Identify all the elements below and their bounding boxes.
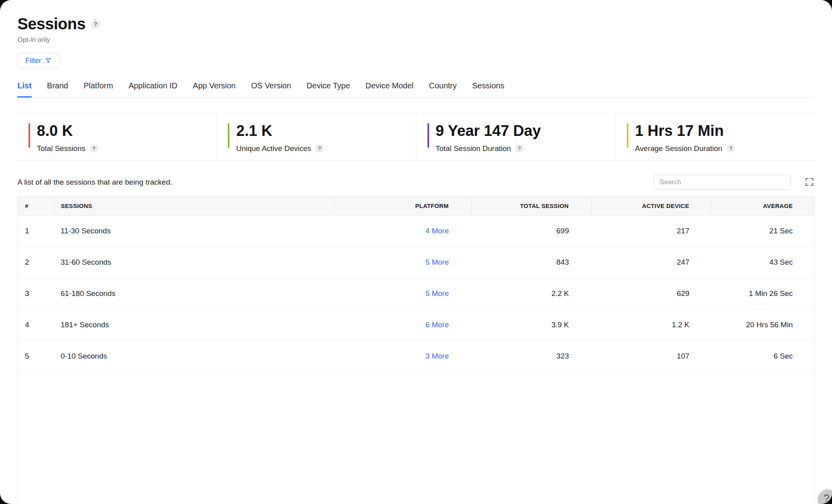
cell-total-session: 323	[471, 340, 591, 372]
platform-more-link[interactable]: 3 More	[426, 352, 449, 360]
cell-sessions: 0-10 Seconds	[54, 340, 334, 372]
cell-active-device: 217	[591, 215, 712, 246]
tab-platform[interactable]: Platform	[84, 81, 113, 97]
page-subtitle: Opt-in only	[17, 36, 815, 44]
cell-sessions: 11-30 Seconds	[54, 215, 334, 246]
stat-value: 2.1 K	[236, 123, 324, 139]
header-active-device: ACTIVE DEVICE	[591, 197, 712, 215]
tab-brand[interactable]: Brand	[47, 81, 68, 97]
cell-index: 3	[18, 278, 54, 309]
list-description: A list of all the sessions that are bein…	[17, 178, 172, 187]
fullscreen-button[interactable]	[804, 177, 815, 188]
page-title: Sessions	[17, 15, 86, 33]
cell-total-session: 2.2 K	[471, 278, 591, 309]
table-header-row: # SESSIONS PLATFORM TOTAL SESSION ACTIVE…	[18, 197, 815, 215]
platform-more-link[interactable]: 4 More	[426, 227, 449, 235]
cell-index: 2	[18, 246, 54, 278]
cell-sessions: 31-60 Seconds	[54, 246, 334, 278]
cell-total-session: 843	[471, 246, 591, 278]
platform-more-link[interactable]: 6 More	[426, 321, 449, 329]
cell-average: 20 Hrs 56 Min	[712, 309, 815, 340]
cell-total-session: 3.9 K	[471, 309, 591, 340]
cell-sessions: 61-180 Seconds	[54, 278, 334, 309]
cell-average: 43 Sec	[712, 246, 815, 278]
cell-sessions: 181+ Seconds	[54, 309, 334, 340]
stat-value: 8.0 K	[37, 123, 98, 139]
list-toolbar: A list of all the sessions that are bein…	[17, 175, 815, 190]
stat-help-icon[interactable]: ?	[727, 144, 735, 153]
header-total-session: TOTAL SESSION	[471, 197, 591, 215]
header-index: #	[18, 197, 54, 215]
cell-index: 4	[18, 309, 54, 340]
table-row: 5 0-10 Seconds 3 More 323 107 6 Sec	[18, 340, 815, 372]
cell-active-device: 1.2 K	[591, 309, 712, 340]
cell-average: 21 Sec	[712, 215, 815, 246]
filter-funnel-icon	[45, 57, 52, 64]
table-row: 2 31-60 Seconds 5 More 843 247 43 Sec	[18, 246, 815, 278]
search-input[interactable]	[654, 175, 791, 190]
help-button[interactable]: ?	[818, 489, 832, 504]
stat-accent-bar	[427, 123, 429, 148]
page-header: Sessions ?	[17, 15, 815, 33]
table-row: 1 11-30 Seconds 4 More 699 217 21 Sec	[18, 215, 815, 246]
cell-active-device: 247	[591, 246, 712, 278]
cell-index: 5	[18, 340, 54, 372]
table-row: 4 181+ Seconds 6 More 3.9 K 1.2 K 20 Hrs…	[18, 309, 815, 340]
stat-label: Total Session Duration	[436, 144, 511, 153]
sessions-table: # SESSIONS PLATFORM TOTAL SESSION ACTIVE…	[17, 196, 815, 504]
stat-label: Total Sessions	[37, 144, 86, 153]
cell-active-device: 107	[591, 340, 712, 372]
cell-average: 6 Sec	[712, 340, 815, 372]
stat-average-session-duration: 1 Hrs 17 Min Average Session Duration ?	[615, 114, 815, 160]
header-sessions: SESSIONS	[54, 197, 334, 215]
tab-application-id[interactable]: Application ID	[128, 81, 177, 97]
filter-button[interactable]: Filter	[17, 53, 60, 69]
cell-average: 1 Min 26 Sec	[712, 278, 815, 309]
filter-button-label: Filter	[25, 57, 41, 65]
stat-label: Average Session Duration	[635, 144, 722, 153]
stat-value: 9 Year 147 Day	[436, 123, 541, 139]
table-row: 3 61-180 Seconds 5 More 2.2 K 629 1 Min …	[18, 278, 815, 309]
cell-index: 1	[18, 215, 54, 246]
tab-device-model[interactable]: Device Model	[366, 81, 414, 97]
stat-unique-active-devices: 2.1 K Unique Active Devices ?	[216, 114, 416, 160]
stat-accent-bar	[228, 123, 229, 148]
stat-help-icon[interactable]: ?	[315, 144, 324, 153]
tab-country[interactable]: Country	[429, 81, 457, 97]
tab-list[interactable]: List	[17, 81, 32, 97]
tab-sessions[interactable]: Sessions	[472, 81, 504, 97]
tab-device-type[interactable]: Device Type	[307, 81, 350, 97]
title-help-icon[interactable]: ?	[91, 19, 100, 29]
stat-total-sessions: 8.0 K Total Sessions ?	[17, 114, 216, 160]
sessions-page: Sessions ? Opt-in only Filter List Brand…	[0, 0, 832, 504]
stat-help-icon[interactable]: ?	[515, 144, 524, 153]
stat-accent-bar	[29, 123, 30, 148]
tab-os-version[interactable]: OS Version	[251, 81, 291, 97]
stat-label: Unique Active Devices	[236, 144, 311, 153]
header-platform: PLATFORM	[334, 197, 471, 215]
fullscreen-icon	[804, 177, 815, 188]
platform-more-link[interactable]: 5 More	[426, 289, 449, 298]
stat-total-session-duration: 9 Year 147 Day Total Session Duration ?	[416, 114, 615, 160]
stat-accent-bar	[627, 123, 628, 148]
platform-more-link[interactable]: 5 More	[426, 258, 449, 266]
tab-app-version[interactable]: App Version	[193, 81, 236, 97]
header-average: AVERAGE	[712, 197, 815, 215]
tab-bar: List Brand Platform Application ID App V…	[17, 81, 815, 98]
cell-total-session: 699	[471, 215, 591, 246]
cell-active-device: 629	[591, 278, 712, 309]
stats-strip: 8.0 K Total Sessions ? 2.1 K Unique Acti…	[17, 114, 815, 160]
stat-value: 1 Hrs 17 Min	[635, 123, 735, 139]
stat-help-icon[interactable]: ?	[90, 144, 98, 153]
